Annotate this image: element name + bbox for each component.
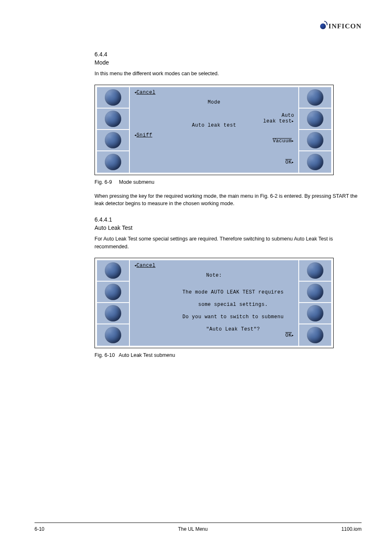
subsection-paragraph: For Auto Leak Test some special settings… <box>95 235 363 250</box>
brand-icon <box>320 23 326 29</box>
left-button-column-2 <box>97 260 130 346</box>
soft-button-l3-b[interactable] <box>105 305 121 321</box>
figure-text-2: Auto Leak Test submenu <box>119 352 175 358</box>
screen-title: Mode <box>130 99 298 105</box>
left-button-column <box>97 87 130 173</box>
soft-button-r1[interactable] <box>307 89 323 106</box>
sniff-label: Sniff <box>134 132 152 138</box>
soft-button-r1-b[interactable] <box>307 262 323 279</box>
figure-caption-2: Fig. 6-10 Auto Leak Test submenu <box>95 352 363 358</box>
soft-button-l2-b[interactable] <box>105 284 121 300</box>
soft-button-r4[interactable] <box>307 154 323 170</box>
vacuum-label: Vacuum <box>273 138 294 144</box>
subsection-title: Auto Leak Test <box>95 224 363 231</box>
page-footer: 6-10 The UL Menu 1100.iom <box>35 523 362 532</box>
soft-button-l3[interactable] <box>105 132 121 148</box>
figure-label-2: Fig. 6-10 <box>95 352 118 358</box>
soft-button-l4[interactable] <box>105 154 121 170</box>
soft-button-r3-b[interactable] <box>307 305 323 321</box>
soft-button-r4-b[interactable] <box>307 327 323 343</box>
soft-button-l2[interactable] <box>105 111 121 127</box>
footer-chapter-title: The UL Menu <box>44 526 341 532</box>
soft-button-l1[interactable] <box>105 89 121 106</box>
section-paragraph: When pressing the key for the required w… <box>95 192 363 207</box>
footer-doc-id: 1100.iom <box>341 526 362 532</box>
brand-text: INFICON <box>328 22 362 30</box>
lcd-screen: Cancel Mode Autoleak test Auto leak test… <box>130 87 298 173</box>
ok-label-2: OK <box>285 333 294 338</box>
cancel-label-2: Cancel <box>134 263 155 268</box>
figure-caption-1: Fig. 6-9 Mode submenu <box>95 179 363 185</box>
soft-button-l1-b[interactable] <box>105 262 121 279</box>
soft-button-r3[interactable] <box>307 132 323 148</box>
cancel-label: Cancel <box>134 90 155 95</box>
ok-label: OK <box>285 160 294 165</box>
footer-page-number: 6-10 <box>35 526 44 532</box>
note-title: Note: <box>130 273 298 278</box>
figure-text-1: Mode submenu <box>119 179 154 185</box>
current-mode-value: Auto leak test <box>130 123 298 128</box>
section-number: 6.4.4 <box>95 51 363 58</box>
lcd-screen-2: Cancel Note: The mode AUTO LEAK TEST req… <box>130 260 298 346</box>
section-title: Mode <box>95 59 363 66</box>
right-button-column-2 <box>298 260 331 346</box>
soft-button-r2[interactable] <box>307 111 323 127</box>
right-button-column <box>298 87 331 173</box>
figure-label-1: Fig. 6-9 <box>95 179 118 185</box>
brand-logo: INFICON <box>320 22 362 30</box>
soft-button-r2-b[interactable] <box>307 284 323 300</box>
lcd-panel-note: Cancel Note: The mode AUTO LEAK TEST req… <box>95 258 334 348</box>
subsection-number: 6.4.4.1 <box>95 216 363 223</box>
section-intro: In this menu the different work modes ca… <box>95 70 363 77</box>
soft-button-l4-b[interactable] <box>105 327 121 343</box>
lcd-panel-mode: Cancel Mode Autoleak test Auto leak test… <box>95 85 334 175</box>
